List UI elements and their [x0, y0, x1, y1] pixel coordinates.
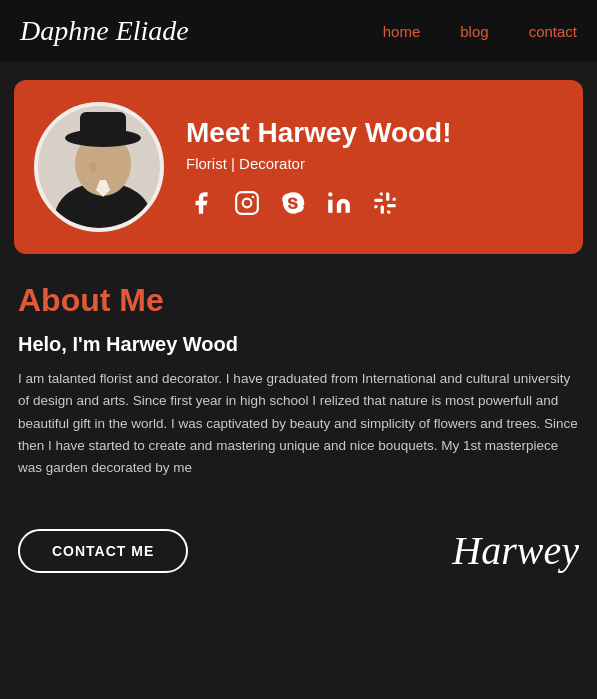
facebook-icon[interactable]	[186, 188, 216, 218]
svg-point-11	[328, 192, 332, 196]
svg-rect-5	[80, 112, 126, 142]
svg-point-9	[243, 198, 252, 207]
avatar-image	[38, 102, 160, 232]
avatar	[34, 102, 164, 232]
signature: Harwey	[452, 527, 579, 574]
svg-rect-8	[236, 192, 258, 214]
about-title: About Me	[18, 282, 579, 319]
contact-me-button[interactable]: CONTACT ME	[18, 529, 188, 573]
svg-point-10	[252, 195, 255, 198]
nav-home[interactable]: home	[383, 23, 421, 40]
about-text: I am talanted florist and decorator. I h…	[18, 368, 579, 479]
nav-blog[interactable]: blog	[460, 23, 488, 40]
linkedin-icon[interactable]	[324, 188, 354, 218]
hero-name: Meet Harwey Wood!	[186, 117, 563, 149]
hero-title: Florist | Decorator	[186, 155, 563, 172]
nav-contact[interactable]: contact	[529, 23, 577, 40]
social-icons	[186, 188, 563, 218]
navbar: Daphne Eliade home blog contact	[0, 0, 597, 62]
bottom-row: CONTACT ME Harwey	[0, 527, 597, 594]
svg-point-6	[89, 162, 97, 172]
hero-info: Meet Harwey Wood! Florist | Decorator	[186, 117, 563, 218]
slack-icon[interactable]	[370, 188, 400, 218]
about-section: About Me Helo, I'm Harwey Wood I am tala…	[0, 272, 597, 527]
site-logo: Daphne Eliade	[20, 15, 383, 47]
nav-links: home blog contact	[383, 23, 577, 40]
hero-card: Meet Harwey Wood! Florist | Decorator	[14, 80, 583, 254]
skype-icon[interactable]	[278, 188, 308, 218]
about-subtitle: Helo, I'm Harwey Wood	[18, 333, 579, 356]
instagram-icon[interactable]	[232, 188, 262, 218]
